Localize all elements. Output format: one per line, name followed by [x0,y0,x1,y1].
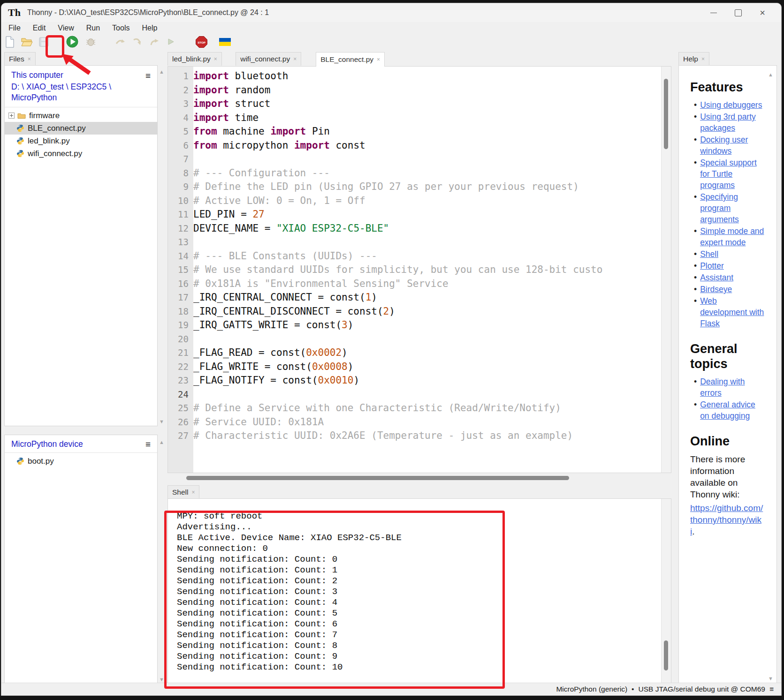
close-button[interactable]: × [750,4,775,21]
files-scroll-up-icon[interactable]: ▲ [159,69,164,75]
help-link-thonny-wiki[interactable]: https://github.com/thonny/thonny/wiki [690,503,763,536]
help-list-item: •Web development with Flask [690,295,765,329]
support-ukraine-button[interactable] [218,35,232,50]
menu-file[interactable]: File [2,24,27,32]
files-item-wifi-connect-py[interactable]: wifi_connect.py [5,147,157,160]
status-connection[interactable]: USB JTAG/serial debug unit @ COM69 [639,685,765,693]
step-over-button[interactable] [114,35,128,50]
bullet-icon: • [694,134,697,157]
help-list-item: •Dealing with errors [690,376,765,399]
help-link-shell[interactable]: Shell [700,248,718,260]
shell-line: Sending notification: Count: 6 [177,619,671,630]
device-scroll-down-icon[interactable]: ▼ [159,677,164,682]
help-heading-features: Features [690,80,765,95]
help-link-docking-user-windows[interactable]: Docking user windows [700,134,765,157]
step-out-button[interactable] [147,35,161,50]
gutter-line-number: 16 [168,277,193,291]
help-link-web-development-with-flask[interactable]: Web development with Flask [700,295,765,329]
help-heading-online: Online [690,434,765,449]
menu-view[interactable]: View [52,24,80,32]
gutter-line-number: 23 [168,374,193,388]
tab-shell[interactable]: Shell × [167,485,199,499]
close-tab-icon[interactable]: × [28,56,31,62]
device-item-boot-py[interactable]: boot.py [5,455,157,467]
help-link-assistant[interactable]: Assistant [700,272,733,283]
code-line: DEVICE_NAME = "XIAO ESP32-C5-BLE" [193,222,662,236]
open-file-button[interactable] [20,35,34,50]
status-bullet: • [632,685,634,693]
gutter-line-number: 18 [168,305,193,319]
help-link-dealing-with-errors[interactable]: Dealing with errors [700,376,765,399]
new-file-button[interactable] [3,35,17,50]
tab-wifi-connect-py[interactable]: wifi_connect.py× [236,52,301,66]
menu-tools[interactable]: Tools [106,24,136,32]
close-tab-icon[interactable]: × [293,56,297,62]
device-title: MicroPython device [11,439,83,449]
maximize-button[interactable] [726,4,750,21]
tab-help[interactable]: Help × [678,52,709,66]
tab-led-blink-py[interactable]: led_blink.py× [167,52,222,66]
stop-restart-button[interactable]: STOP [194,35,208,50]
files-item-firmware[interactable]: firmware [5,109,157,122]
editor-code-area[interactable]: import bluetoothimport randomimport stru… [193,67,662,473]
gutter-line-number: 24 [168,388,193,402]
close-tab-icon[interactable]: × [377,56,380,63]
files-menu-icon[interactable]: ≡ [145,71,151,80]
gutter-line-number: 15 [168,263,193,277]
device-menu-icon[interactable]: ≡ [145,440,151,449]
help-link-special-support-for-turtle-programs[interactable]: Special support for Turtle programs [700,157,765,191]
help-link-using-debuggers[interactable]: Using debuggers [700,99,762,111]
new-file-icon [5,36,15,50]
help-link-using-3rd-party-packages[interactable]: Using 3rd party packages [700,111,765,134]
help-link-specifying-program-arguments[interactable]: Specifying program arguments [700,191,765,225]
help-link-simple-mode-and-expert-mode[interactable]: Simple mode and expert mode [700,226,765,248]
tab-files[interactable]: Files × [4,52,36,66]
expand-icon[interactable] [8,113,15,119]
editor-vscroll-thumb[interactable] [664,79,668,149]
menu-help[interactable]: Help [136,24,163,32]
code-line: _IRQ_GATTS_WRITE = const(3) [193,318,662,332]
gutter-line-number: 19 [168,318,193,332]
menu-run[interactable]: Run [80,24,106,32]
tab-ble-connect-py[interactable]: BLE_connect.py× [316,52,385,67]
save-file-button[interactable] [37,35,51,50]
shell-vscroll-thumb[interactable] [664,640,668,670]
gutter-line-number: 27 [168,429,193,443]
files-item-ble-connect-py[interactable]: BLE_connect.py [5,122,157,135]
editor-horizontal-scrollbar[interactable] [167,474,671,482]
help-scroll-down-icon[interactable]: ▼ [768,676,773,681]
shell-panel[interactable]: MPY: soft rebootAdvertising...BLE Active… [167,498,671,684]
gutter-line-number: 14 [168,249,193,263]
resume-button[interactable] [164,35,178,50]
files-root-link[interactable]: This computer [11,70,152,80]
shell-line: Sending notification: Count: 7 [177,630,671,640]
editor-tab-label: BLE_connect.py [320,55,373,64]
python-file-icon [16,150,24,158]
status-grip-icon[interactable]: ≡ [769,685,774,693]
help-link-plotter[interactable]: Plotter [700,260,724,271]
help-scroll-up-icon[interactable]: ▲ [768,72,773,77]
files-scroll-down-icon[interactable]: ▼ [159,419,164,424]
title-bar[interactable]: Th Thonny - D:\XIAO_test\ESP32C5\MicroPy… [1,3,781,22]
debug-current-script-button[interactable] [84,35,98,50]
step-into-button[interactable] [130,35,145,50]
close-tab-icon[interactable]: × [191,489,195,496]
run-play-icon [66,35,79,50]
files-path-link[interactable]: D: \ XIAO_test \ ESP32C5 \ MicroPython [11,82,129,103]
editor-gutter: 1234567891011121314151617181920212223242… [168,67,193,473]
menu-edit[interactable]: Edit [27,24,52,32]
status-backend[interactable]: MicroPython (generic) [556,685,627,693]
device-scroll-up-icon[interactable]: ▲ [159,439,164,445]
help-link-birdseye[interactable]: Birdseye [700,284,732,295]
editor-tab-label: wifi_connect.py [240,55,290,63]
shell-vertical-scrollbar[interactable] [661,499,671,684]
files-item-led-blink-py[interactable]: led_blink.py [5,135,157,147]
close-tab-icon[interactable]: × [214,56,217,62]
run-current-script-button[interactable] [65,35,79,50]
editor-vertical-scrollbar[interactable] [661,67,671,473]
code-editor[interactable]: 1234567891011121314151617181920212223242… [167,66,671,473]
minimize-button[interactable] [701,4,726,21]
help-link-general-advice-on-debugging[interactable]: General advice on debugging [700,399,765,422]
editor-hscroll-thumb[interactable] [186,476,569,480]
close-tab-icon[interactable]: × [701,56,705,62]
